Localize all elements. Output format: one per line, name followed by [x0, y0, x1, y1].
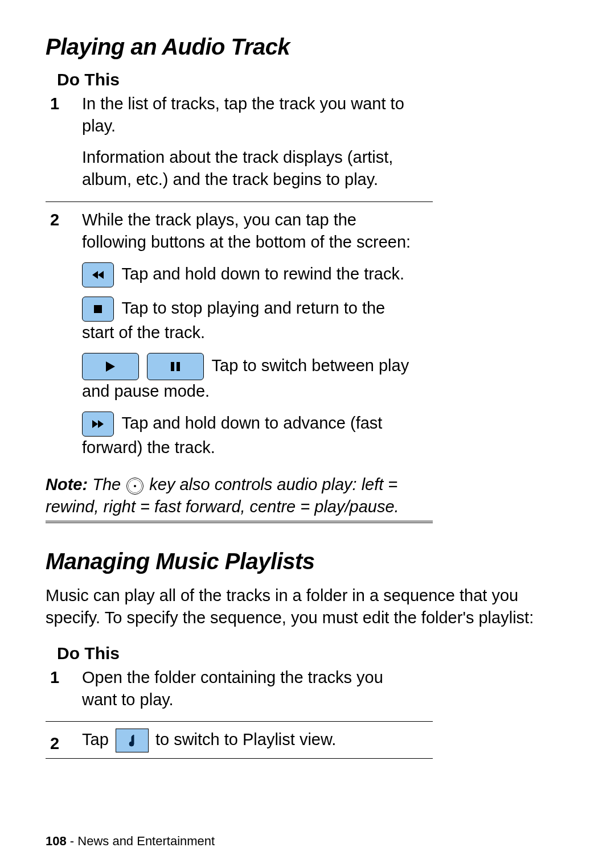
- step-text: Tap: [82, 730, 113, 748]
- control-desc: Tap to stop playing and return to the st…: [82, 299, 385, 342]
- rewind-icon: [82, 262, 114, 287]
- step-row: 2 Tap to switch to Playlist view.: [46, 729, 433, 758]
- svg-rect-1: [171, 362, 174, 371]
- pause-icon: [147, 353, 204, 380]
- stop-icon: [82, 297, 114, 322]
- step-row: 1 Open the folder containing the tracks …: [46, 667, 433, 721]
- svg-rect-0: [94, 305, 102, 313]
- step-row: 1 In the list of tracks, tap the track y…: [46, 93, 433, 201]
- svg-rect-2: [177, 362, 180, 371]
- section-intro: Music can play all of the tracks in a fo…: [46, 585, 569, 629]
- step-number: 2: [46, 733, 82, 755]
- do-this-heading: Do This: [57, 644, 433, 663]
- control-desc: Tap and hold down to rewind the track.: [117, 265, 404, 283]
- divider: [46, 201, 433, 202]
- step-number: 1: [46, 93, 82, 201]
- note-text: Note: The key also controls audio play: …: [46, 474, 433, 518]
- step-text: Information about the track displays (ar…: [82, 146, 421, 191]
- step-text: to switch to Playlist view.: [155, 730, 337, 748]
- step-row: 2 While the track plays, you can tap the…: [46, 209, 433, 470]
- step-number: 2: [46, 209, 82, 470]
- nav-key-icon: [126, 478, 144, 495]
- divider: [46, 721, 433, 722]
- section-heading-playlists: Managing Music Playlists: [46, 549, 569, 574]
- step-text: While the track plays, you can tap the f…: [82, 209, 421, 253]
- step-text: Open the folder containing the tracks yo…: [82, 667, 421, 711]
- page-footer: 108 - News and Entertainment: [46, 834, 215, 849]
- fast-forward-icon: [82, 412, 114, 437]
- music-note-icon: [116, 729, 149, 752]
- section-heading-playing: Playing an Audio Track: [46, 34, 569, 60]
- control-desc: Tap and hold down to advance (fast forwa…: [82, 414, 382, 456]
- svg-point-3: [129, 742, 134, 746]
- step-number: 1: [46, 667, 82, 721]
- do-this-heading: Do This: [57, 70, 433, 89]
- play-icon: [82, 353, 139, 380]
- divider: [46, 758, 433, 759]
- double-divider: [46, 521, 433, 523]
- step-text: In the list of tracks, tap the track you…: [82, 93, 421, 137]
